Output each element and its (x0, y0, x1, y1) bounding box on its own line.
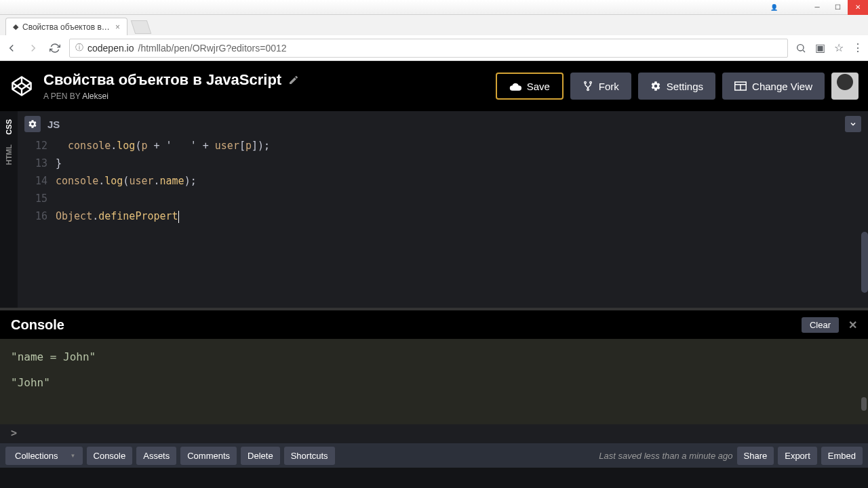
tab-close-icon[interactable]: × (115, 22, 120, 32)
console-prompt[interactable]: > (0, 424, 868, 443)
editor-area: CSS HTML JS 12 13 14 15 16 console.log(p… (0, 111, 868, 308)
console-panel: Console Clear ✕ "name = John" "John" > (0, 308, 868, 443)
code-editor[interactable]: 12 13 14 15 16 console.log(p + ' ' + use… (18, 137, 868, 308)
console-title: Console (11, 317, 64, 333)
collections-dropdown[interactable]: Collections (5, 447, 83, 465)
code-content[interactable]: console.log(p + ' ' + user[p]);}console.… (56, 137, 868, 308)
chrome-menu-icon[interactable]: ⋮ (852, 42, 864, 54)
browser-tab[interactable]: ◆ Свойства объектов в Ja × (5, 18, 127, 35)
tab-favicon: ◆ (13, 22, 18, 31)
css-tab[interactable]: CSS (3, 115, 14, 139)
user-icon[interactable]: 👤 (768, 3, 780, 12)
console-close-icon[interactable]: ✕ (848, 319, 857, 331)
fork-icon (583, 81, 593, 92)
console-scrollbar[interactable] (861, 397, 867, 411)
browser-toolbar: ⓘ codepen.io/htmllab/pen/ORwjrG?editors=… (0, 35, 868, 61)
save-status: Last saved less than a minute ago (599, 451, 732, 461)
share-button[interactable]: Share (737, 447, 774, 465)
editor-header: JS (18, 111, 868, 137)
editor-language-label: JS (47, 119, 60, 130)
site-info-icon[interactable]: ⓘ (75, 42, 83, 54)
svg-point-1 (585, 81, 587, 83)
zoom-icon[interactable] (795, 42, 807, 54)
footer-shortcuts-button[interactable]: Shortcuts (284, 447, 335, 465)
address-bar[interactable]: ⓘ codepen.io/htmllab/pen/ORwjrG?editors=… (69, 39, 788, 58)
new-tab-button[interactable] (131, 20, 151, 34)
line-gutter: 12 13 14 15 16 (18, 137, 56, 308)
editor-settings-icon[interactable] (24, 116, 41, 132)
fork-button[interactable]: Fork (570, 73, 631, 100)
console-line: "name = John" (11, 344, 857, 370)
subtitle-prefix: A PEN BY (43, 92, 82, 101)
text-cursor (178, 211, 179, 223)
pen-title: Свойства объектов в JavaScript (43, 71, 281, 89)
window-close-button[interactable]: ✕ (848, 0, 868, 15)
editor-expand-icon[interactable] (845, 116, 861, 132)
footer-delete-button[interactable]: Delete (241, 447, 280, 465)
windows-titlebar: 👤 ─ ☐ ✕ (0, 0, 868, 15)
codepen-logo[interactable] (9, 74, 34, 98)
codepen-header: Свойства объектов в JavaScript A PEN BY … (0, 61, 868, 111)
console-header: Console Clear ✕ (0, 310, 868, 339)
editor-scrollbar[interactable] (861, 232, 868, 293)
bookmark-icon[interactable]: ☆ (833, 42, 845, 54)
settings-button[interactable]: Settings (638, 73, 715, 100)
console-clear-button[interactable]: Clear (802, 317, 839, 333)
svg-point-0 (797, 44, 804, 50)
back-button[interactable] (4, 41, 19, 56)
html-tab[interactable]: HTML (3, 140, 14, 169)
url-path: /htmllab/pen/ORwjrG?editors=0012 (138, 43, 287, 54)
window-maximize-button[interactable]: ☐ (827, 0, 848, 15)
edit-title-icon[interactable] (288, 75, 299, 85)
footer-comments-button[interactable]: Comments (180, 447, 237, 465)
svg-point-2 (590, 81, 592, 83)
reload-button[interactable] (47, 41, 62, 56)
cloud-icon (509, 81, 521, 91)
collapsed-panels: CSS HTML (0, 111, 18, 308)
console-line: "John" (11, 370, 857, 396)
footer-assets-button[interactable]: Assets (136, 447, 176, 465)
avatar[interactable] (831, 73, 859, 100)
svg-point-3 (587, 89, 589, 91)
browser-tabstrip: ◆ Свойства объектов в Ja × (0, 15, 868, 35)
save-button[interactable]: Save (496, 73, 564, 100)
change-view-button[interactable]: Change View (722, 73, 825, 100)
footer-console-button[interactable]: Console (87, 447, 133, 465)
author-link[interactable]: Aleksei (82, 92, 108, 101)
url-host: codepen.io (87, 43, 134, 54)
layout-icon (734, 81, 747, 91)
tab-title: Свойства объектов в Ja (22, 22, 111, 32)
forward-button (26, 41, 41, 56)
export-button[interactable]: Export (778, 447, 817, 465)
footer-bar: Collections Console Assets Comments Dele… (0, 443, 868, 468)
gear-icon (650, 81, 661, 92)
embed-button[interactable]: Embed (821, 447, 863, 465)
console-output[interactable]: "name = John" "John" (0, 339, 868, 424)
extension-icon[interactable]: ▣ (814, 42, 826, 54)
window-minimize-button[interactable]: ─ (807, 0, 827, 15)
